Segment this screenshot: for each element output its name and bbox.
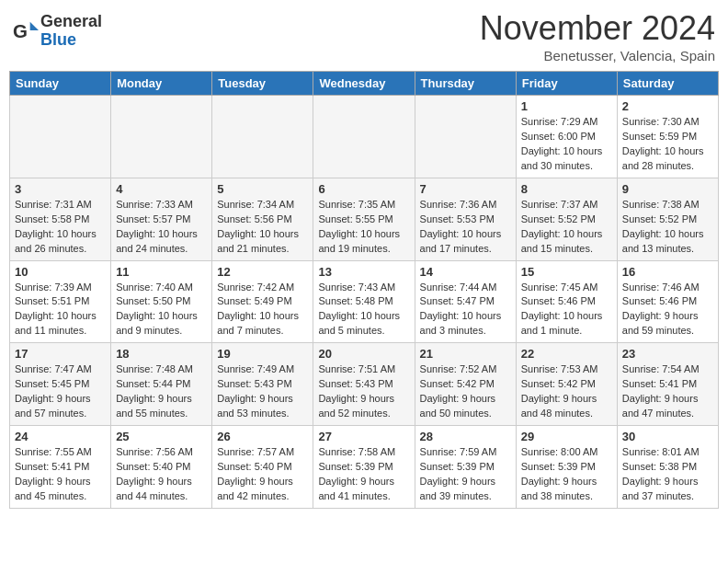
svg-marker-1 — [30, 22, 39, 30]
calendar-day-cell: 7Sunrise: 7:36 AM Sunset: 5:53 PM Daylig… — [415, 178, 516, 260]
day-info: Sunrise: 7:44 AM Sunset: 5:47 PM Dayligh… — [420, 281, 511, 339]
day-number: 23 — [622, 347, 713, 361]
calendar-day-cell: 16Sunrise: 7:46 AM Sunset: 5:46 PM Dayli… — [617, 260, 718, 343]
calendar-day-cell — [313, 96, 415, 178]
calendar-week-row: 17Sunrise: 7:47 AM Sunset: 5:45 PM Dayli… — [10, 343, 719, 426]
weekday-header-cell: Tuesday — [212, 72, 313, 96]
day-number: 27 — [318, 430, 409, 443]
calendar-day-cell: 10Sunrise: 7:39 AM Sunset: 5:51 PM Dayli… — [10, 260, 111, 343]
day-info: Sunrise: 7:31 AM Sunset: 5:58 PM Dayligh… — [15, 198, 106, 257]
calendar-table: SundayMondayTuesdayWednesdayThursdayFrid… — [9, 71, 719, 509]
calendar-day-cell: 21Sunrise: 7:52 AM Sunset: 5:42 PM Dayli… — [415, 343, 516, 426]
day-number: 2 — [622, 99, 713, 113]
calendar-week-row: 24Sunrise: 7:55 AM Sunset: 5:41 PM Dayli… — [10, 426, 719, 509]
day-number: 13 — [318, 265, 409, 279]
calendar-body: 1Sunrise: 7:29 AM Sunset: 6:00 PM Daylig… — [10, 96, 719, 509]
calendar-week-row: 10Sunrise: 7:39 AM Sunset: 5:51 PM Dayli… — [10, 260, 719, 343]
calendar-day-cell: 9Sunrise: 7:38 AM Sunset: 5:52 PM Daylig… — [617, 178, 718, 260]
logo-general-text: General — [40, 12, 102, 30]
calendar-day-cell: 17Sunrise: 7:47 AM Sunset: 5:45 PM Dayli… — [10, 343, 111, 426]
day-info: Sunrise: 8:00 AM Sunset: 5:39 PM Dayligh… — [521, 445, 612, 504]
day-number: 20 — [318, 347, 409, 361]
day-number: 26 — [217, 430, 308, 443]
calendar-day-cell: 13Sunrise: 7:43 AM Sunset: 5:48 PM Dayli… — [313, 260, 415, 343]
day-info: Sunrise: 8:01 AM Sunset: 5:38 PM Dayligh… — [622, 445, 713, 504]
day-number: 25 — [116, 430, 207, 443]
logo-blue-text: Blue — [40, 30, 76, 49]
day-info: Sunrise: 7:29 AM Sunset: 6:00 PM Dayligh… — [521, 115, 612, 174]
calendar-day-cell: 22Sunrise: 7:53 AM Sunset: 5:42 PM Dayli… — [516, 343, 617, 426]
day-number: 10 — [15, 265, 106, 279]
calendar-day-cell: 4Sunrise: 7:33 AM Sunset: 5:57 PM Daylig… — [111, 178, 212, 260]
weekday-header-cell: Saturday — [617, 72, 718, 96]
day-info: Sunrise: 7:53 AM Sunset: 5:42 PM Dayligh… — [521, 362, 612, 421]
day-number: 24 — [15, 430, 106, 443]
location-text: Benetusser, Valencia, Spain — [480, 48, 715, 63]
calendar-day-cell: 27Sunrise: 7:58 AM Sunset: 5:39 PM Dayli… — [313, 426, 415, 509]
weekday-header-cell: Monday — [111, 72, 212, 96]
day-info: Sunrise: 7:57 AM Sunset: 5:40 PM Dayligh… — [217, 445, 308, 504]
day-number: 18 — [116, 347, 207, 361]
calendar-day-cell: 5Sunrise: 7:34 AM Sunset: 5:56 PM Daylig… — [212, 178, 313, 260]
day-number: 7 — [420, 182, 511, 196]
day-info: Sunrise: 7:45 AM Sunset: 5:46 PM Dayligh… — [521, 281, 612, 339]
day-number: 14 — [420, 265, 511, 279]
day-number: 4 — [116, 182, 207, 196]
calendar-day-cell: 26Sunrise: 7:57 AM Sunset: 5:40 PM Dayli… — [212, 426, 313, 509]
calendar-day-cell: 25Sunrise: 7:56 AM Sunset: 5:40 PM Dayli… — [111, 426, 212, 509]
day-info: Sunrise: 7:47 AM Sunset: 5:45 PM Dayligh… — [15, 362, 106, 421]
calendar-day-cell: 8Sunrise: 7:37 AM Sunset: 5:52 PM Daylig… — [516, 178, 617, 260]
day-number: 8 — [521, 182, 612, 196]
page-header: G General Blue November 2024 Benetusser,… — [9, 9, 719, 63]
day-number: 11 — [116, 265, 207, 279]
title-block: November 2024 Benetusser, Valencia, Spai… — [480, 9, 715, 63]
weekday-header-cell: Thursday — [415, 72, 516, 96]
day-number: 17 — [15, 347, 106, 361]
day-info: Sunrise: 7:35 AM Sunset: 5:55 PM Dayligh… — [318, 198, 409, 257]
calendar-day-cell: 30Sunrise: 8:01 AM Sunset: 5:38 PM Dayli… — [617, 426, 718, 509]
day-info: Sunrise: 7:40 AM Sunset: 5:50 PM Dayligh… — [116, 281, 207, 339]
day-info: Sunrise: 7:38 AM Sunset: 5:52 PM Dayligh… — [622, 198, 713, 257]
day-number: 30 — [622, 430, 713, 443]
day-number: 12 — [217, 265, 308, 279]
day-number: 29 — [521, 430, 612, 443]
day-info: Sunrise: 7:49 AM Sunset: 5:43 PM Dayligh… — [217, 362, 308, 421]
calendar-day-cell: 19Sunrise: 7:49 AM Sunset: 5:43 PM Dayli… — [212, 343, 313, 426]
day-info: Sunrise: 7:42 AM Sunset: 5:49 PM Dayligh… — [217, 281, 308, 339]
weekday-header-row: SundayMondayTuesdayWednesdayThursdayFrid… — [10, 72, 719, 96]
day-info: Sunrise: 7:56 AM Sunset: 5:40 PM Dayligh… — [116, 445, 207, 504]
day-number: 5 — [217, 182, 308, 196]
logo-icon: G — [13, 18, 39, 44]
logo: G General Blue — [13, 13, 102, 50]
day-number: 9 — [622, 182, 713, 196]
day-number: 22 — [521, 347, 612, 361]
day-info: Sunrise: 7:36 AM Sunset: 5:53 PM Dayligh… — [420, 198, 511, 257]
month-title: November 2024 — [480, 9, 715, 48]
day-info: Sunrise: 7:37 AM Sunset: 5:52 PM Dayligh… — [521, 198, 612, 257]
weekday-header-cell: Sunday — [10, 72, 111, 96]
day-number: 28 — [420, 430, 511, 443]
calendar-day-cell: 20Sunrise: 7:51 AM Sunset: 5:43 PM Dayli… — [313, 343, 415, 426]
day-number: 21 — [420, 347, 511, 361]
calendar-day-cell: 15Sunrise: 7:45 AM Sunset: 5:46 PM Dayli… — [516, 260, 617, 343]
svg-text:G: G — [13, 19, 28, 40]
calendar-day-cell: 11Sunrise: 7:40 AM Sunset: 5:50 PM Dayli… — [111, 260, 212, 343]
day-info: Sunrise: 7:55 AM Sunset: 5:41 PM Dayligh… — [15, 445, 106, 504]
day-info: Sunrise: 7:30 AM Sunset: 5:59 PM Dayligh… — [622, 115, 713, 174]
day-number: 15 — [521, 265, 612, 279]
calendar-day-cell: 1Sunrise: 7:29 AM Sunset: 6:00 PM Daylig… — [516, 96, 617, 178]
calendar-day-cell: 3Sunrise: 7:31 AM Sunset: 5:58 PM Daylig… — [10, 178, 111, 260]
weekday-header-cell: Wednesday — [313, 72, 415, 96]
calendar-day-cell: 12Sunrise: 7:42 AM Sunset: 5:49 PM Dayli… — [212, 260, 313, 343]
day-number: 16 — [622, 265, 713, 279]
calendar-day-cell: 29Sunrise: 8:00 AM Sunset: 5:39 PM Dayli… — [516, 426, 617, 509]
day-info: Sunrise: 7:39 AM Sunset: 5:51 PM Dayligh… — [15, 281, 106, 339]
calendar-day-cell — [111, 96, 212, 178]
day-info: Sunrise: 7:34 AM Sunset: 5:56 PM Dayligh… — [217, 198, 308, 257]
calendar-day-cell: 24Sunrise: 7:55 AM Sunset: 5:41 PM Dayli… — [10, 426, 111, 509]
calendar-day-cell — [415, 96, 516, 178]
day-info: Sunrise: 7:58 AM Sunset: 5:39 PM Dayligh… — [318, 445, 409, 504]
calendar-week-row: 3Sunrise: 7:31 AM Sunset: 5:58 PM Daylig… — [10, 178, 719, 260]
day-number: 1 — [521, 99, 612, 113]
calendar-day-cell: 6Sunrise: 7:35 AM Sunset: 5:55 PM Daylig… — [313, 178, 415, 260]
